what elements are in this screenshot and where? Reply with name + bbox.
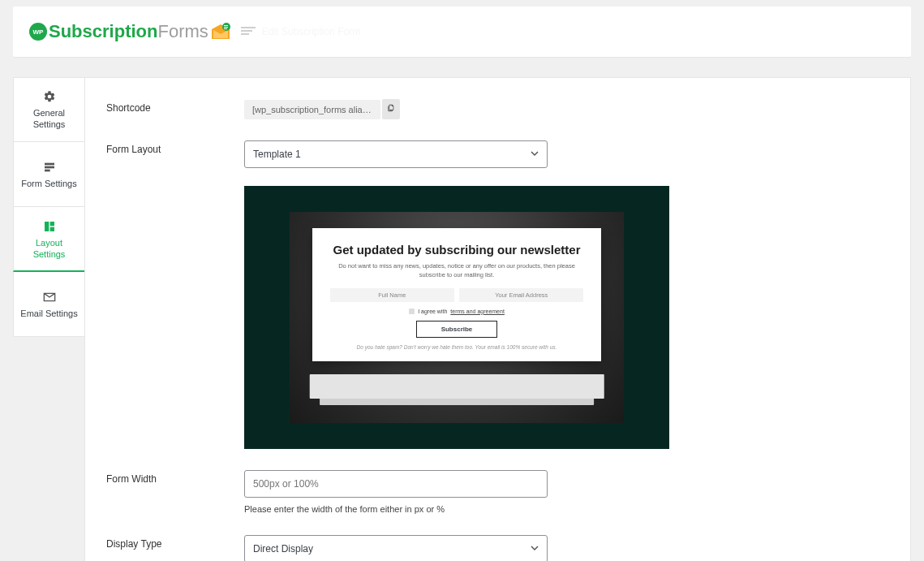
tab-label: Layout Settings — [19, 238, 80, 261]
template-select[interactable]: Template 1 — [244, 140, 548, 168]
form-width-label: Form Width — [106, 470, 244, 514]
checkbox-icon — [409, 309, 415, 314]
wp-badge-icon: WP — [29, 23, 47, 41]
shortcode-label: Shortcode — [106, 99, 244, 119]
svg-rect-1 — [224, 25, 228, 26]
email-icon — [43, 291, 56, 304]
copy-shortcode-button[interactable] — [382, 99, 400, 119]
template-select-value: Template 1 — [253, 149, 301, 160]
form-width-input[interactable] — [244, 470, 548, 498]
tab-form-settings[interactable]: Form Settings — [13, 142, 84, 207]
svg-rect-2 — [224, 27, 228, 28]
plugin-logo: WP SubscriptionForms — [29, 21, 231, 42]
form-layout-label: Form Layout — [106, 140, 244, 449]
svg-rect-8 — [49, 222, 54, 226]
settings-tabs: General Settings Form Settings Layout Se… — [13, 77, 84, 561]
svg-rect-5 — [45, 166, 54, 168]
preview-subscribe-button: Subscribe — [416, 321, 498, 338]
template-preview: Get updated by subscribing our newslette… — [244, 186, 669, 449]
display-type-value: Direct Display — [253, 543, 313, 555]
form-icon — [43, 161, 56, 174]
preview-shadow-card — [310, 374, 604, 399]
page-title: Edit Subscription Form — [262, 26, 360, 37]
svg-rect-4 — [45, 162, 54, 165]
preview-heading: Get updated by subscribing our newslette… — [330, 243, 584, 257]
preview-email-input: Your Email Address — [459, 288, 583, 302]
header-bar: WP SubscriptionForms Edit Subscription F… — [13, 6, 911, 58]
chevron-down-icon — [531, 149, 539, 160]
display-type-select[interactable]: Direct Display — [244, 535, 548, 561]
shortcode-value[interactable]: [wp_subscription_forms alias="sub... — [244, 100, 380, 119]
tab-email-settings[interactable]: Email Settings — [13, 272, 84, 337]
preview-fullname-input: Full Name — [330, 288, 454, 302]
menu-lines-icon — [241, 25, 256, 39]
svg-rect-6 — [45, 169, 50, 171]
chevron-down-icon — [531, 543, 539, 555]
logo-text: SubscriptionForms — [49, 21, 231, 42]
form-width-help: Please enter the width of the form eithe… — [244, 504, 889, 514]
layout-icon — [43, 220, 56, 233]
tab-general-settings[interactable]: General Settings — [13, 77, 84, 142]
preview-form-card: Get updated by subscribing our newslette… — [312, 228, 602, 361]
svg-rect-3 — [224, 28, 227, 29]
display-type-label: Display Type — [106, 535, 244, 561]
preview-description: Do not want to miss any news, updates, n… — [330, 261, 584, 280]
svg-rect-9 — [49, 227, 54, 231]
preview-footer-note: Do you hate spam? Don't worry we hate th… — [330, 344, 584, 350]
clipboard-icon — [387, 103, 395, 115]
tab-label: Form Settings — [21, 179, 76, 190]
preview-agree-checkbox: I agree with terms and agreement — [330, 309, 584, 314]
tab-label: General Settings — [19, 108, 80, 131]
envelope-icon — [210, 23, 231, 41]
gear-icon — [43, 90, 56, 103]
tab-label: Email Settings — [20, 309, 77, 320]
tab-layout-settings[interactable]: Layout Settings — [13, 207, 84, 272]
svg-rect-7 — [45, 222, 49, 231]
settings-panel: Shortcode [wp_subscription_forms alias="… — [84, 77, 911, 561]
